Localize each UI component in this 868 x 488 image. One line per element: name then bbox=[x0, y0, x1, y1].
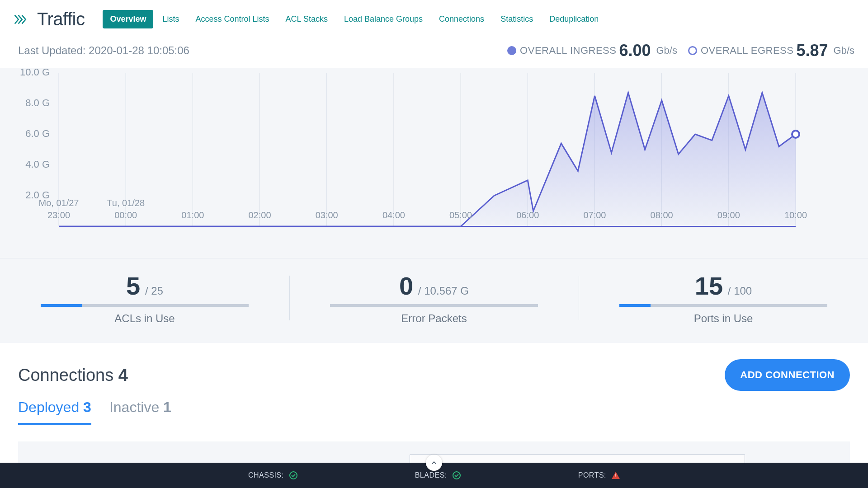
metric-label: Ports in Use bbox=[579, 312, 868, 325]
svg-text:6.0 G: 6.0 G bbox=[25, 128, 50, 139]
metric-ports: 15 / 100Ports in Use bbox=[579, 271, 868, 325]
nav-load-balance-groups[interactable]: Load Balance Groups bbox=[337, 10, 430, 28]
svg-text:8.0 G: 8.0 G bbox=[25, 97, 50, 108]
metric-value: 15 bbox=[695, 272, 723, 300]
svg-text:01:00: 01:00 bbox=[181, 210, 204, 220]
metric-label: ACLs in Use bbox=[0, 312, 289, 325]
overall-ingress-value: 6.00 bbox=[619, 41, 651, 60]
overall-egress-value: 5.87 bbox=[796, 41, 828, 60]
metric-bar bbox=[619, 304, 827, 307]
ingress-dot-icon bbox=[507, 46, 516, 55]
nav-deduplication[interactable]: Deduplication bbox=[542, 10, 606, 28]
connections-header: Connections 4 ADD CONNECTION bbox=[18, 359, 850, 391]
overall-ingress-unit: Gb/s bbox=[656, 45, 677, 56]
subheader: Last Updated: 2020-01-28 10:05:06 OVERAL… bbox=[0, 37, 868, 68]
tab-count: 1 bbox=[163, 399, 171, 415]
svg-text:Tu, 01/28: Tu, 01/28 bbox=[107, 198, 145, 208]
overall-egress: OVERALL EGRESS 5.87 Gb/s bbox=[688, 41, 854, 60]
svg-point-17 bbox=[792, 131, 799, 138]
top-nav: OverviewListsAccess Control ListsACL Sta… bbox=[103, 10, 606, 28]
overall-egress-label: OVERALL EGRESS bbox=[701, 45, 793, 56]
nav-acl-stacks[interactable]: ACL Stacks bbox=[278, 10, 335, 28]
traffic-chart[interactable]: 2.0 G4.0 G6.0 G8.0 G10.0 G Mo, 01/2723:0… bbox=[0, 68, 868, 258]
check-circle-icon bbox=[453, 471, 461, 479]
svg-text:10:00: 10:00 bbox=[784, 210, 807, 220]
overall-ingress-label: OVERALL INGRESS bbox=[520, 45, 616, 56]
metric-max: / 100 bbox=[725, 285, 752, 297]
metric-acls: 5 / 25ACLs in Use bbox=[0, 271, 289, 325]
svg-text:05:00: 05:00 bbox=[449, 210, 472, 220]
connections-total: 4 bbox=[118, 366, 128, 385]
status-ports[interactable]: PORTS: bbox=[578, 471, 620, 479]
svg-text:09:00: 09:00 bbox=[717, 210, 740, 220]
app-logo-icon bbox=[14, 12, 28, 27]
last-updated: Last Updated: 2020-01-28 10:05:06 bbox=[18, 44, 189, 57]
warning-triangle-icon bbox=[612, 472, 620, 479]
metric-errors: 0 / 10.567 GError Packets bbox=[289, 271, 579, 325]
svg-text:07:00: 07:00 bbox=[583, 210, 606, 220]
header: Traffic OverviewListsAccess Control List… bbox=[0, 0, 868, 37]
metric-value: 0 bbox=[399, 272, 413, 300]
nav-statistics[interactable]: Statistics bbox=[493, 10, 540, 28]
tab-label: Deployed bbox=[18, 399, 83, 415]
check-circle-icon bbox=[289, 471, 297, 479]
metric-bar bbox=[41, 304, 249, 307]
nav-access-control-lists[interactable]: Access Control Lists bbox=[188, 10, 276, 28]
status-blades-label: BLADES: bbox=[415, 471, 447, 479]
status-blades[interactable]: BLADES: bbox=[415, 471, 461, 479]
chart-panel: 2.0 G4.0 G6.0 G8.0 G10.0 G Mo, 01/2723:0… bbox=[0, 68, 868, 343]
svg-text:03:00: 03:00 bbox=[316, 210, 338, 220]
status-ports-label: PORTS: bbox=[578, 471, 606, 479]
metric-value: 5 bbox=[126, 272, 140, 300]
status-chassis[interactable]: CHASSIS: bbox=[248, 471, 297, 479]
overall-stats: OVERALL INGRESS 6.00 Gb/s OVERALL EGRESS… bbox=[507, 41, 854, 60]
svg-text:4.0 G: 4.0 G bbox=[25, 159, 50, 170]
svg-text:23:00: 23:00 bbox=[47, 210, 70, 220]
svg-text:00:00: 00:00 bbox=[114, 210, 137, 220]
svg-text:06:00: 06:00 bbox=[516, 210, 539, 220]
nav-lists[interactable]: Lists bbox=[155, 10, 186, 28]
connections-title: Connections 4 bbox=[18, 366, 128, 385]
egress-dot-icon bbox=[688, 46, 697, 55]
expand-statusbar-button[interactable] bbox=[426, 455, 442, 471]
tab-inactive[interactable]: Inactive 1 bbox=[109, 395, 171, 425]
metric-bar bbox=[330, 304, 538, 307]
status-chassis-label: CHASSIS: bbox=[248, 471, 284, 479]
svg-text:04:00: 04:00 bbox=[382, 210, 405, 220]
overall-egress-unit: Gb/s bbox=[834, 45, 854, 56]
svg-text:08:00: 08:00 bbox=[651, 210, 673, 220]
svg-text:02:00: 02:00 bbox=[249, 210, 271, 220]
page-title: Traffic bbox=[37, 9, 85, 29]
connections-tabs: Deployed 3Inactive 1 bbox=[18, 395, 850, 425]
tab-deployed[interactable]: Deployed 3 bbox=[18, 395, 91, 425]
tab-count: 3 bbox=[83, 399, 91, 415]
metric-max: / 25 bbox=[142, 285, 163, 297]
metric-label: Error Packets bbox=[289, 312, 579, 325]
status-bar: CHASSIS: BLADES: PORTS: bbox=[0, 463, 868, 488]
metrics-row: 5 / 25ACLs in Use0 / 10.567 GError Packe… bbox=[0, 258, 868, 343]
overall-ingress: OVERALL INGRESS 6.00 Gb/s bbox=[507, 41, 677, 60]
svg-text:Mo, 01/27: Mo, 01/27 bbox=[39, 198, 79, 208]
add-connection-button[interactable]: ADD CONNECTION bbox=[725, 359, 850, 391]
svg-text:10.0 G: 10.0 G bbox=[20, 68, 50, 78]
metric-max: / 10.567 G bbox=[415, 285, 469, 297]
nav-connections[interactable]: Connections bbox=[432, 10, 491, 28]
tab-label: Inactive bbox=[109, 399, 163, 415]
nav-overview[interactable]: Overview bbox=[103, 10, 153, 28]
connections-title-text: Connections bbox=[18, 366, 113, 385]
